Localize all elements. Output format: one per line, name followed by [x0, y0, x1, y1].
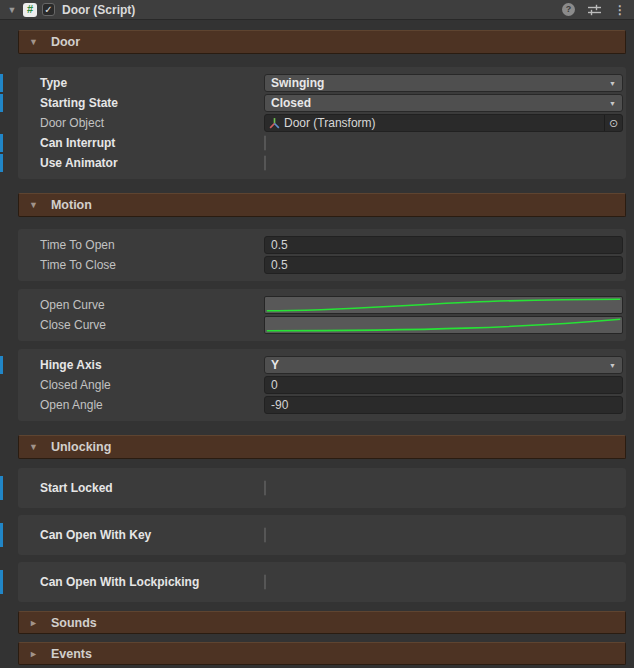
section-title: Sounds [51, 616, 97, 630]
field-row-open-curve: Open Curve [40, 295, 623, 315]
inspector-content: ▼ Door Type Swinging ▼ Starting State Cl… [0, 20, 634, 665]
transform-icon [268, 117, 281, 130]
field-row-can-interrupt: Can Interrupt [40, 133, 623, 153]
field-row-use-animator: Use Animator [40, 153, 623, 173]
can-interrupt-checkbox[interactable] [264, 135, 266, 151]
start-locked-checkbox[interactable] [264, 480, 266, 496]
curve-graph [265, 297, 622, 313]
section-header-door[interactable]: ▼ Door [18, 30, 626, 54]
foldout-open-icon: ▼ [29, 37, 38, 47]
field-label: Close Curve [40, 318, 264, 332]
can-open-with-key-checkbox[interactable] [264, 527, 266, 543]
component-enabled-checkbox[interactable]: ✓ [42, 3, 55, 16]
more-menu-icon[interactable]: ⋮ [614, 4, 626, 16]
section-header-events[interactable]: ► Events [18, 642, 626, 665]
section-title: Door [51, 35, 80, 49]
motion-times-box: Time To Open 0.5 Time To Close 0.5 [18, 229, 626, 281]
field-label: Time To Open [40, 238, 264, 252]
field-label: Type [40, 76, 264, 90]
door-section-box: Type Swinging ▼ Starting State Closed ▼ … [18, 67, 626, 179]
closed-angle-input[interactable]: 0 [264, 376, 623, 394]
foldout-closed-icon: ► [29, 618, 38, 628]
dropdown-value: Y [271, 358, 279, 372]
field-label: Time To Close [40, 258, 264, 272]
field-label: Start Locked [40, 481, 264, 495]
object-field-value: Door (Transform) [284, 116, 376, 130]
object-picker-icon[interactable]: ⊙ [604, 115, 622, 131]
chevron-down-icon: ▼ [609, 362, 616, 369]
field-label: Door Object [40, 116, 264, 130]
curve-graph [265, 317, 622, 333]
field-label: Can Interrupt [40, 136, 264, 150]
dropdown-value: Swinging [271, 76, 324, 90]
csharp-script-icon: # [23, 3, 37, 17]
section-title: Events [51, 647, 92, 661]
foldout-closed-icon: ► [29, 649, 38, 659]
component-title: Door (Script) [62, 3, 135, 17]
starting-state-dropdown[interactable]: Closed ▼ [264, 94, 623, 112]
open-curve-field[interactable] [264, 296, 623, 314]
field-label: Open Angle [40, 398, 264, 412]
section-header-unlocking[interactable]: ▼ Unlocking [18, 435, 626, 459]
motion-curves-box: Open Curve Close Curve [18, 289, 626, 341]
section-header-sounds[interactable]: ► Sounds [18, 611, 626, 634]
field-label: Can Open With Lockpicking [40, 575, 264, 589]
start-locked-box: Start Locked [18, 468, 626, 508]
section-header-motion[interactable]: ▼ Motion [18, 193, 626, 217]
field-label: Can Open With Key [40, 528, 264, 542]
field-row-closed-angle: Closed Angle 0 [40, 375, 623, 395]
field-label: Use Animator [40, 156, 264, 170]
field-label: Starting State [40, 96, 264, 110]
field-row-can-open-with-lockpicking: Can Open With Lockpicking [40, 568, 623, 596]
field-label: Closed Angle [40, 378, 264, 392]
chevron-down-icon: ▼ [609, 80, 616, 87]
presets-icon[interactable] [587, 4, 602, 16]
unity-inspector-panel: ▼ # ✓ Door (Script) ? ⋮ ▼ Door Typ [0, 0, 634, 668]
field-row-hinge-axis: Hinge Axis Y ▼ [40, 355, 623, 375]
dropdown-value: Closed [271, 96, 311, 110]
section-title: Unlocking [51, 440, 111, 454]
time-to-open-input[interactable]: 0.5 [264, 236, 623, 254]
field-row-open-angle: Open Angle -90 [40, 395, 623, 415]
field-row-door-object: Door Object Door (Transform) ⊙ [40, 113, 623, 133]
can-open-with-key-box: Can Open With Key [18, 515, 626, 555]
help-icon[interactable]: ? [562, 3, 575, 16]
use-animator-checkbox[interactable] [264, 155, 266, 171]
type-dropdown[interactable]: Swinging ▼ [264, 74, 623, 92]
motion-hinge-box: Hinge Axis Y ▼ Closed Angle 0 Open Angle… [18, 349, 626, 421]
section-title: Motion [51, 198, 92, 212]
field-label: Open Curve [40, 298, 264, 312]
door-object-field[interactable]: Door (Transform) ⊙ [264, 114, 623, 132]
can-open-with-lockpicking-checkbox[interactable] [264, 574, 266, 590]
field-row-time-to-open: Time To Open 0.5 [40, 235, 623, 255]
field-row-close-curve: Close Curve [40, 315, 623, 335]
header-actions: ? ⋮ [562, 3, 626, 16]
foldout-open-icon: ▼ [29, 442, 38, 452]
field-row-start-locked: Start Locked [40, 474, 623, 502]
hinge-axis-dropdown[interactable]: Y ▼ [264, 356, 623, 374]
can-open-with-lockpicking-box: Can Open With Lockpicking [18, 562, 626, 602]
foldout-open-icon: ▼ [29, 200, 38, 210]
chevron-down-icon: ▼ [609, 100, 616, 107]
field-label: Hinge Axis [40, 358, 264, 372]
close-curve-field[interactable] [264, 316, 623, 334]
open-angle-input[interactable]: -90 [264, 396, 623, 414]
field-row-time-to-close: Time To Close 0.5 [40, 255, 623, 275]
field-row-starting-state: Starting State Closed ▼ [40, 93, 623, 113]
time-to-close-input[interactable]: 0.5 [264, 256, 623, 274]
component-header: ▼ # ✓ Door (Script) ? ⋮ [0, 0, 634, 20]
field-row-can-open-with-key: Can Open With Key [40, 521, 623, 549]
component-foldout-icon[interactable]: ▼ [6, 5, 18, 15]
field-row-type: Type Swinging ▼ [40, 73, 623, 93]
